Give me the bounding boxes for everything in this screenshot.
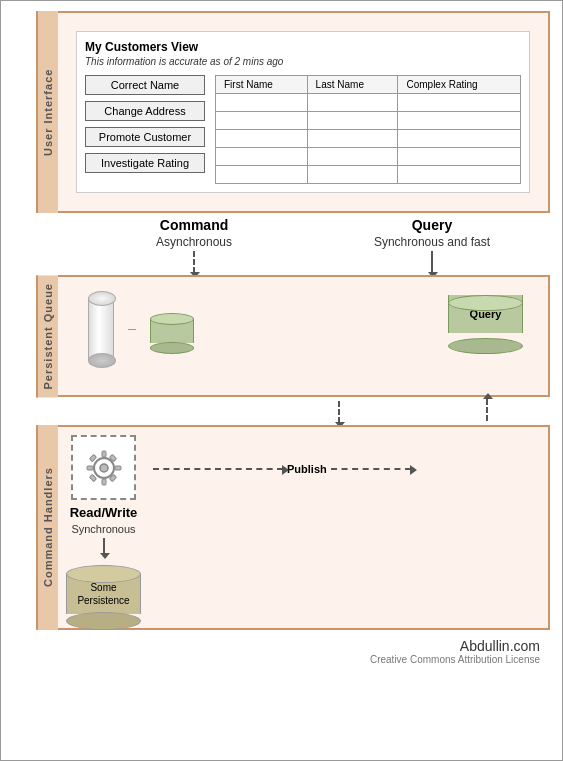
customers-view-subtitle: This information is accurate as of 2 min…: [85, 56, 521, 67]
ch-section-label: Command Handlers: [36, 425, 58, 630]
correct-name-button[interactable]: Correct Name: [85, 75, 205, 95]
footer: Abdullin.com Creative Commons Attributio…: [36, 634, 550, 669]
table-row: [216, 148, 521, 166]
persistence-db: SomePersistence: [66, 565, 141, 620]
table-row: [216, 130, 521, 148]
query-db-wrapper: Query: [448, 287, 523, 345]
pq-section-label: Persistent Queue: [36, 275, 58, 397]
customers-view-title: My Customers View: [85, 40, 521, 54]
svg-rect-6: [89, 454, 96, 461]
table-row: [216, 166, 521, 184]
svg-rect-5: [115, 466, 121, 470]
query-up-arrow: [486, 399, 488, 421]
promote-customer-button[interactable]: Promote Customer: [85, 127, 205, 147]
col-complex-rating: Complex Rating: [398, 76, 521, 94]
publish-arrow-row: Publish: [153, 463, 411, 475]
license-text: Creative Commons Attribution License: [46, 654, 540, 665]
publish-dashes-left: [153, 468, 283, 470]
query-label: Query: [412, 217, 452, 233]
action-buttons: Correct Name Change Address Promote Cust…: [85, 75, 205, 184]
brand-name: Abdullin.com: [46, 638, 540, 654]
table-row: [216, 112, 521, 130]
svg-rect-2: [102, 451, 106, 457]
command-sub: Asynchronous: [156, 235, 232, 249]
col-first-name: First Name: [216, 76, 308, 94]
change-address-button[interactable]: Change Address: [85, 101, 205, 121]
col-last-name: Last Name: [307, 76, 398, 94]
query-arrow-down: [431, 251, 433, 273]
svg-rect-8: [89, 474, 96, 481]
svg-rect-3: [102, 479, 106, 485]
query-label-block: Query Synchronous and fast: [374, 217, 490, 273]
ui-section-label: User Interface: [36, 11, 58, 213]
gear-box: [71, 435, 136, 500]
gear-icon: [82, 446, 126, 490]
command-arrow-down: [193, 251, 195, 273]
customers-table: First Name Last Name Complex Rating: [215, 75, 521, 184]
publish-dashes-right: [331, 468, 411, 470]
svg-rect-4: [87, 466, 93, 470]
rw-to-persist-arrow: [103, 538, 105, 554]
rw-sub: Synchronous: [71, 523, 135, 535]
table-row: [216, 94, 521, 112]
publish-label: Publish: [287, 463, 327, 475]
svg-point-1: [100, 464, 108, 472]
pq-small-db: [150, 313, 194, 347]
query-sub: Synchronous and fast: [374, 235, 490, 249]
pq-to-ch-arrow: [338, 401, 340, 423]
command-label-block: Command Asynchronous: [156, 217, 232, 273]
investigate-rating-button[interactable]: Investigate Rating: [85, 153, 205, 173]
queue-tube: [88, 297, 114, 362]
command-label: Command: [160, 217, 228, 233]
rw-label: Read/Write: [70, 505, 138, 520]
persistence-label: SomePersistence: [77, 581, 129, 607]
